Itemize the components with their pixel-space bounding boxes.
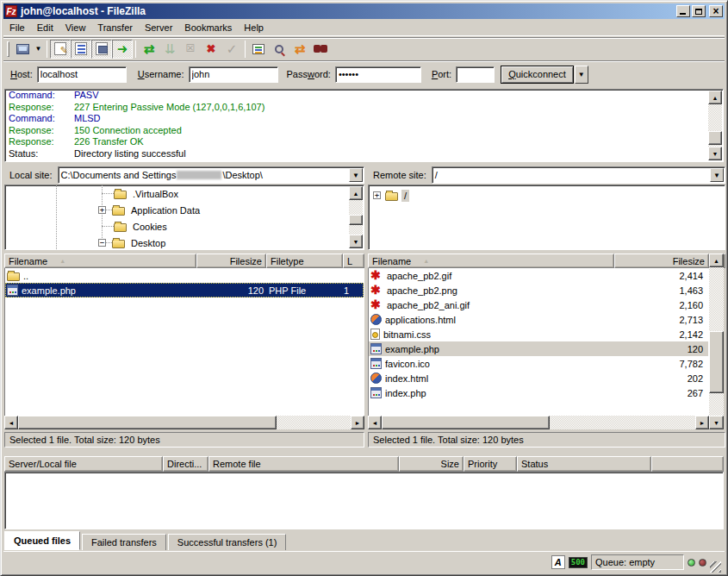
menu-view[interactable]: View (59, 21, 92, 34)
column-remote-file[interactable]: Remote file (208, 456, 399, 472)
remote-list-scrollbar[interactable]: ▲ ▼ (709, 254, 724, 429)
menu-edit[interactable]: Edit (31, 21, 59, 34)
expand-plus-icon[interactable]: + (373, 191, 381, 199)
message-log[interactable]: Command:PASV Response:227 Entering Passi… (4, 89, 724, 162)
minimize-button[interactable] (676, 5, 690, 17)
tree-item-cookies[interactable]: Cookies (5, 218, 364, 235)
menu-help[interactable]: Help (238, 21, 270, 34)
combo-arrow-icon[interactable]: ▼ (349, 168, 363, 182)
scrollbar-thumb[interactable] (382, 416, 550, 429)
file-row[interactable]: apache_pb2.gif2,414 (369, 268, 708, 283)
close-button[interactable]: × (709, 5, 723, 17)
column-last-modified[interactable]: L (343, 254, 364, 268)
column-status[interactable]: Status (517, 456, 651, 472)
queue-body[interactable] (4, 472, 724, 529)
file-row[interactable]: applications.html2,713 (369, 312, 708, 327)
resize-grip[interactable] (710, 561, 721, 573)
file-row-example-php[interactable]: example.php 120 PHP File 1 (5, 283, 364, 297)
local-file-list[interactable]: .. example.php 120 PHP File 1 (4, 268, 364, 416)
menu-bookmarks[interactable]: Bookmarks (178, 21, 238, 34)
remote-site-combobox[interactable]: / ▼ (432, 166, 725, 184)
tab-queued-files[interactable]: Queued files (4, 531, 80, 550)
tree-item-desktop[interactable]: − Desktop (5, 235, 364, 250)
scrollbar-thumb[interactable] (708, 131, 722, 145)
expand-plus-icon[interactable]: + (98, 206, 106, 214)
column-size[interactable]: Size (399, 456, 464, 472)
synchronized-browsing-button[interactable]: ⇄ (289, 40, 310, 59)
directory-listing-filters-button[interactable] (248, 40, 269, 59)
process-queue-button[interactable]: ⇊ (159, 40, 180, 59)
local-list-hscrollbar[interactable]: ◄ ► (4, 416, 364, 429)
column-direction[interactable]: Directi... (163, 456, 208, 472)
scroll-down-icon[interactable]: ▼ (708, 147, 722, 160)
file-row-example-php[interactable]: example.php120 (369, 341, 708, 356)
tab-successful-transfers[interactable]: Successful transfers (1) (168, 534, 287, 550)
local-site-combobox[interactable]: C:\Documents and Settings\Desktop\ ▼ (58, 166, 364, 184)
scroll-left-icon[interactable]: ◄ (368, 416, 382, 429)
menu-file[interactable]: File (3, 21, 31, 34)
column-filesize[interactable]: Filesize (196, 254, 266, 268)
port-input[interactable] (456, 66, 495, 83)
column-filename[interactable]: Filename (4, 254, 196, 268)
site-manager-button[interactable] (12, 40, 33, 59)
column-filename[interactable]: Filename (368, 254, 614, 268)
cancel-operation-button[interactable]: ☒ (180, 40, 201, 59)
remote-list-hscrollbar[interactable]: ◄ ► (368, 416, 709, 429)
title-bar[interactable]: Fz john@localhost - FileZilla × (3, 3, 725, 19)
column-priority[interactable]: Priority (464, 456, 517, 472)
data-type-indicator-icon[interactable]: A (551, 555, 565, 569)
file-row-parent-dir[interactable]: .. (5, 268, 364, 283)
scroll-left-icon[interactable]: ◄ (4, 416, 18, 429)
refresh-button[interactable]: ⇄ (139, 40, 159, 59)
toggle-remote-tree-button[interactable] (91, 40, 112, 59)
password-input[interactable] (335, 66, 421, 83)
scroll-down-icon[interactable]: ▼ (709, 416, 724, 429)
toggle-message-log-button[interactable] (50, 40, 71, 59)
menu-transfer[interactable]: Transfer (91, 21, 139, 34)
toggle-transfer-queue-button[interactable]: ➜ (112, 40, 133, 59)
scroll-up-icon[interactable]: ▲ (708, 91, 722, 104)
disconnect-button[interactable]: ✖ (201, 40, 221, 59)
scroll-up-icon[interactable]: ▲ (349, 186, 363, 200)
tree-item-virtualbox[interactable]: .VirtualBox (5, 185, 364, 202)
tree-item-application-data[interactable]: + Application Data (5, 202, 364, 218)
scroll-right-icon[interactable]: ► (351, 416, 364, 429)
log-scrollbar[interactable]: ▲ ▼ (708, 91, 722, 160)
file-row[interactable]: favicon.ico7,782 (369, 356, 708, 371)
scrollbar-thumb[interactable] (349, 215, 363, 225)
tab-failed-transfers[interactable]: Failed transfers (82, 534, 166, 550)
combo-arrow-icon[interactable]: ▼ (710, 168, 724, 182)
host-input[interactable] (37, 66, 127, 83)
local-tree[interactable]: .VirtualBox + Application Data Cookies −… (4, 185, 364, 250)
find-files-button[interactable] (310, 40, 331, 59)
tree-item-root[interactable]: + / (369, 187, 725, 203)
remote-file-list[interactable]: apache_pb2.gif2,414 apache_pb2.png1,463 … (368, 268, 709, 416)
scrollbar-thumb[interactable] (709, 331, 724, 393)
toggle-local-tree-button[interactable] (71, 40, 91, 59)
scroll-down-icon[interactable]: ▼ (349, 235, 363, 248)
file-row[interactable]: index.php267 (369, 385, 708, 400)
speed-limit-indicator-icon[interactable]: 500 (569, 557, 588, 568)
column-filesize[interactable]: Filesize (614, 254, 709, 268)
quickconnect-button[interactable]: Quickconnect (501, 66, 574, 84)
site-manager-dropdown[interactable]: ▼ (33, 40, 44, 59)
file-row[interactable]: apache_pb2_ani.gif2,160 (369, 297, 708, 312)
remote-tree[interactable]: + / (368, 185, 725, 250)
scroll-up-icon[interactable]: ▲ (709, 254, 724, 267)
column-server-local-file[interactable]: Server/Local file (4, 456, 163, 472)
toolbar-grip[interactable] (7, 41, 9, 57)
file-row[interactable]: index.html202 (369, 371, 708, 385)
directory-comparison-button[interactable] (269, 40, 289, 59)
column-filetype[interactable]: Filetype (266, 254, 343, 268)
scroll-right-icon[interactable]: ► (695, 416, 709, 429)
username-input[interactable] (189, 66, 278, 83)
reconnect-button[interactable]: ✓ (221, 40, 242, 59)
file-row[interactable]: apache_pb2.png1,463 (369, 283, 708, 297)
collapse-minus-icon[interactable]: − (98, 239, 106, 247)
scrollbar-thumb[interactable] (18, 416, 277, 429)
file-row[interactable]: bitnami.css2,142 (369, 327, 708, 341)
menu-server[interactable]: Server (139, 21, 178, 34)
local-tree-scrollbar[interactable]: ▲ ▼ (349, 186, 363, 248)
maximize-button[interactable] (692, 5, 706, 17)
quickconnect-dropdown[interactable]: ▼ (575, 66, 588, 84)
